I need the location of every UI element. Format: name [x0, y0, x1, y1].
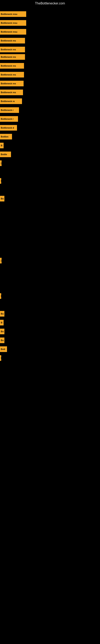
bar-row: f	[0, 355, 100, 361]
bar-row: |	[0, 258, 100, 264]
bar-label: B	[1, 322, 2, 324]
bar-label: Bottleneck res	[1, 40, 16, 42]
bar-label: Bottle	[1, 153, 7, 156]
bottleneck-bar[interactable]: Bottleneck r	[0, 107, 19, 113]
bar-row: |	[0, 160, 100, 166]
bar-label: Bo	[1, 330, 4, 333]
bar-row: Bottleneck res	[0, 89, 100, 96]
bottleneck-bar[interactable]: Bottleneck res	[0, 38, 25, 44]
bottleneck-bar[interactable]: Bo	[0, 311, 4, 316]
bar-label: Bo	[1, 339, 4, 342]
bar-label: |	[1, 162, 1, 164]
bottleneck-bar[interactable]: f	[0, 355, 1, 361]
bar-label: f	[1, 180, 1, 182]
bar-row: B	[0, 320, 100, 326]
bar-label: Bottleneck re	[1, 100, 15, 102]
bar-label: |	[1, 260, 1, 262]
bar-label: Bottleneck resu	[1, 30, 17, 33]
bottleneck-bar[interactable]: f	[0, 293, 1, 299]
bar-row: Bottleneck d	[0, 124, 100, 131]
bar-label: Bottleneck r	[1, 109, 14, 111]
bar-label: Bottleneck r	[1, 118, 14, 120]
bottleneck-bar[interactable]: Bottleneck r	[0, 116, 18, 122]
bar-label: Bott	[1, 348, 5, 350]
bottleneck-bar[interactable]: |	[0, 258, 1, 264]
bar-label: Bottleneck res	[1, 56, 16, 58]
bar-row: f	[0, 178, 100, 184]
bar-row: Bottleneck res	[0, 72, 100, 78]
chart-area: Bottleneck resuBottleneck resuBottleneck…	[0, 7, 100, 644]
bar-row: Bottleneck res	[0, 46, 100, 53]
bar-row: Bottleneck res	[0, 54, 100, 60]
bar-row: Bottleneck res	[0, 38, 100, 44]
bar-row: B	[0, 142, 100, 149]
bar-row: Bo	[0, 196, 100, 202]
bar-row: Bottleneck re	[0, 98, 100, 104]
bar-row: Bo	[0, 337, 100, 344]
bottleneck-bar[interactable]: Bottleneck res	[0, 63, 24, 69]
bar-row: Bottlen	[0, 134, 100, 140]
bar-row: Bottleneck resu	[0, 11, 100, 17]
bottleneck-bar[interactable]: Bottleneck resu	[0, 29, 26, 34]
bottleneck-bar[interactable]: Bottleneck re	[0, 98, 22, 104]
bottleneck-bar[interactable]: Bottleneck res	[0, 72, 24, 78]
bar-label: Bottleneck res	[1, 74, 16, 76]
bottleneck-bar[interactable]: f	[0, 178, 1, 184]
bottleneck-bar[interactable]: B	[0, 320, 3, 326]
bottleneck-bar[interactable]: Bottleneck resu	[0, 20, 26, 26]
bar-label: Bottleneck d	[1, 126, 14, 129]
bar-label: Bo	[1, 312, 4, 315]
bar-label: B	[1, 144, 2, 147]
bottleneck-bar[interactable]: Bottleneck res	[0, 90, 23, 95]
bottleneck-bar[interactable]: B	[0, 143, 3, 148]
bar-row: Bottleneck res	[0, 62, 100, 69]
bar-label: Bottleneck res	[1, 82, 16, 85]
bar-row: f	[0, 293, 100, 299]
bar-row: Bottle	[0, 151, 100, 158]
bottleneck-bar[interactable]: Bott	[0, 346, 7, 352]
bottleneck-bar[interactable]: Bottleneck res	[0, 47, 25, 52]
bottleneck-bar[interactable]: Bo	[0, 196, 4, 202]
bar-row: Bott	[0, 346, 100, 352]
bottleneck-bar[interactable]: Bottlen	[0, 134, 12, 140]
bottleneck-bar[interactable]: Bottleneck resu	[0, 11, 26, 17]
bottleneck-bar[interactable]: |	[0, 160, 1, 166]
bar-label: Bo	[1, 198, 4, 200]
bar-label: Bottleneck res	[1, 64, 16, 67]
bar-row: Bottleneck r	[0, 116, 100, 122]
bar-label: f	[1, 357, 1, 359]
bar-row: Bottleneck resu	[0, 28, 100, 35]
bar-row: Bottleneck r	[0, 107, 100, 113]
bar-label: Bottleneck res	[1, 48, 16, 51]
bar-row: Bottleneck res	[0, 80, 100, 87]
bottleneck-bar[interactable]: Bottleneck d	[0, 125, 17, 130]
bar-label: Bottleneck res	[1, 91, 16, 94]
bar-label: Bottlen	[1, 136, 8, 138]
bottleneck-bar[interactable]: Bottleneck res	[0, 81, 24, 86]
bottleneck-bar[interactable]: Bo	[0, 329, 4, 334]
bar-row: Bo	[0, 328, 100, 335]
bar-row: Bottleneck resu	[0, 20, 100, 26]
bar-row: Bo	[0, 310, 100, 317]
site-title: TheBottlenecker.com	[0, 0, 100, 7]
bottleneck-bar[interactable]: Bo	[0, 338, 4, 343]
bottleneck-bar[interactable]: Bottleneck res	[0, 54, 25, 60]
bottleneck-bar[interactable]: Bottle	[0, 152, 11, 157]
bar-label: Bottleneck resu	[1, 22, 17, 24]
bar-label: f	[1, 295, 1, 297]
bar-label: Bottleneck resu	[1, 13, 17, 15]
